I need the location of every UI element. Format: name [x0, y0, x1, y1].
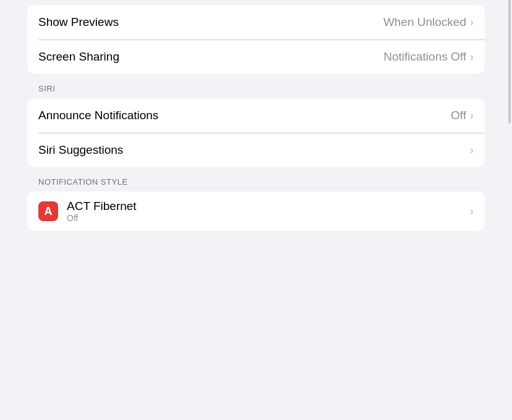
announce-notifications-chevron-icon: ›: [470, 109, 474, 122]
announce-notifications-value-group: Off ›: [451, 109, 474, 122]
show-previews-value-group: When Unlocked ›: [383, 15, 474, 29]
act-fibernet-status: Off: [67, 213, 137, 223]
announce-notifications-row[interactable]: Announce Notifications Off ›: [27, 98, 485, 133]
notification-style-card: A ACT Fibernet Off ›: [27, 191, 485, 231]
siri-suggestions-row[interactable]: Siri Suggestions ›: [27, 133, 485, 167]
screen-sharing-label: Screen Sharing: [38, 50, 119, 64]
act-fibernet-chevron-group: ›: [470, 205, 474, 218]
screen-sharing-chevron-icon: ›: [470, 51, 474, 64]
show-previews-value: When Unlocked: [383, 15, 466, 29]
announce-notifications-value: Off: [451, 109, 466, 122]
act-fibernet-name: ACT Fibernet: [67, 200, 137, 213]
show-previews-chevron-icon: ›: [470, 16, 474, 29]
notification-style-section: NOTIFICATION STYLE A ACT Fibernet Off ›: [27, 167, 485, 231]
siri-suggestions-value-group: ›: [466, 144, 474, 157]
top-card: Show Previews When Unlocked › Screen Sha…: [27, 5, 485, 74]
siri-suggestions-label: Siri Suggestions: [38, 143, 123, 157]
siri-card: Announce Notifications Off › Siri Sugges…: [27, 98, 485, 167]
scrollbar[interactable]: [507, 0, 512, 420]
siri-section-header: SIRI: [27, 74, 485, 98]
scrollbar-thumb: [508, 0, 511, 124]
act-fibernet-icon: A: [38, 201, 58, 221]
screen-sharing-value-group: Notifications Off ›: [383, 50, 474, 64]
siri-section: SIRI Announce Notifications Off › Siri S…: [27, 74, 485, 167]
act-fibernet-row[interactable]: A ACT Fibernet Off ›: [27, 191, 485, 231]
act-fibernet-chevron-icon: ›: [470, 205, 474, 218]
show-previews-row[interactable]: Show Previews When Unlocked ›: [27, 5, 485, 40]
screen-sharing-value: Notifications Off: [383, 50, 466, 64]
screen-sharing-row[interactable]: Screen Sharing Notifications Off ›: [27, 40, 485, 74]
act-fibernet-left: A ACT Fibernet Off: [38, 200, 137, 223]
show-previews-label: Show Previews: [38, 15, 119, 29]
act-fibernet-icon-letter: A: [45, 205, 53, 218]
notification-style-header: NOTIFICATION STYLE: [27, 167, 485, 191]
settings-page: Show Previews When Unlocked › Screen Sha…: [0, 0, 512, 420]
act-fibernet-info: ACT Fibernet Off: [67, 200, 137, 223]
siri-suggestions-chevron-icon: ›: [470, 144, 474, 157]
announce-notifications-label: Announce Notifications: [38, 109, 158, 122]
